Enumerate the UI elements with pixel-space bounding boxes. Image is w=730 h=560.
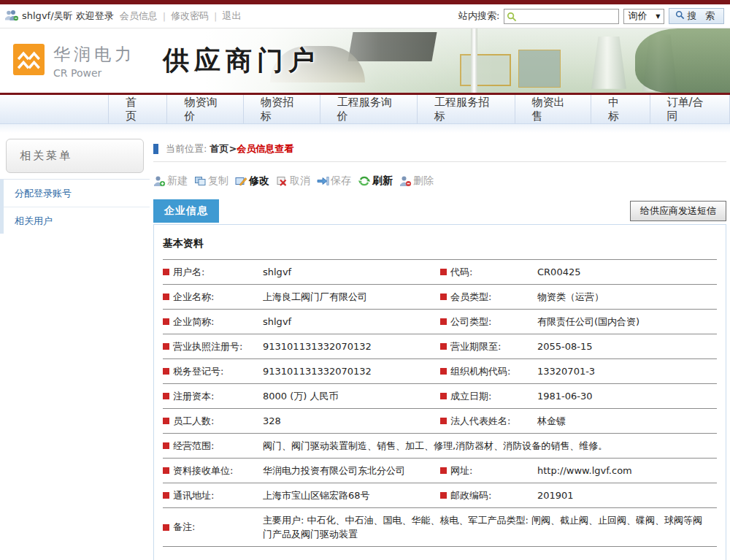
toolbar-refresh-label: 刷新 [372,174,393,188]
field-label: 邮政编码: [440,489,537,502]
toolbar-refresh-button[interactable]: 刷新 [358,174,393,188]
field-bullet-icon [163,343,169,350]
send-sms-button[interactable]: 给供应商发送短信 [630,201,726,221]
field-value: 有限责任公司(国内合资) [537,315,717,329]
sidebar-title: 相关菜单 [6,139,144,173]
field-label-text: 经营范围: [173,440,214,453]
field-label: 员工人数: [163,415,263,428]
edit-icon [235,175,247,187]
nav-item[interactable]: 中 标 [591,95,650,123]
sidebar-item[interactable]: 相关用户 [0,207,150,234]
nav-item[interactable]: 物资询价 [167,95,244,123]
field-value: 2055-08-15 [537,340,717,353]
field-label-text: 企业名称: [173,291,214,304]
breadcrumb: 当前位置: 首页> 会员信息查看 [153,143,726,162]
separator: | [163,11,166,22]
field-label-text: 营业期限至: [450,340,501,353]
topbar-link[interactable]: 退出 [222,9,241,23]
table-row: 用户名:shlgvf代码:CR00425 [163,260,717,285]
breadcrumb-marker-icon [153,144,158,154]
field-value: 华润电力投资有限公司东北分公司 [263,464,440,477]
toolbar-new-label: 新建 [167,174,188,188]
nav-item[interactable]: 工程服务招标 [418,95,515,123]
field-value: shlgvf [263,265,440,279]
save-icon [317,175,329,187]
sidebar-item[interactable]: 分配登录账号 [0,180,150,207]
search-category-select[interactable]: 询价 ▼ [623,9,664,24]
nav-item[interactable]: 工程服务询价 [320,95,418,123]
field-label: 营业执照注册号: [163,340,263,353]
field-value: 上海市宝山区锦宏路68号 [263,488,440,502]
main-nav: 首 页物资询价物资招标工程服务询价工程服务招标物资出售中 标订单/合同 [0,95,730,124]
field-label-text: 成立日期: [450,390,491,403]
field-value: 林金镖 [537,414,717,428]
toolbar-new-button[interactable]: 新建 [153,174,188,188]
toolbar-cancel-button[interactable]: 取消 [276,174,310,188]
nav-item[interactable]: 首 页 [108,95,167,123]
nav-item[interactable]: 物资出售 [515,95,592,123]
field-value: 328 [263,414,440,428]
field-label: 组织机构代码: [440,365,537,378]
toolbar-delete-button[interactable]: 删除 [399,174,434,188]
field-label: 企业名称: [163,291,263,304]
search-category-value: 询价 [628,9,647,23]
field-bullet-icon [440,294,447,300]
site-search-input[interactable] [519,9,617,23]
field-label: 公司类型: [440,315,537,329]
field-label: 会员类型: [440,291,537,304]
separator: | [214,11,217,22]
field-bullet-icon [440,467,447,474]
user-add-icon [153,175,166,187]
field-label: 用户名: [163,266,263,279]
field-label-text: 会员类型: [450,291,491,304]
brand-name-cn: 华润电力 [53,43,135,66]
field-bullet-icon [440,318,447,325]
refresh-icon [358,175,371,187]
nav-spacer [0,124,730,133]
field-label: 成立日期: [440,390,537,403]
search-button[interactable]: 搜 索 [669,8,724,24]
profile-rows: 用户名:shlgvf代码:CR00425企业名称:上海良工阀门厂有限公司会员类型… [163,260,717,547]
field-bullet-icon [163,269,169,275]
toolbar-save-button[interactable]: 保存 [317,174,351,188]
field-label-text: 法人代表姓名: [450,415,510,428]
page-title: 供应商门户 [163,43,320,79]
nav-item[interactable]: 物资招标 [244,95,320,123]
field-bullet-icon [163,442,169,449]
toolbar-save-label: 保存 [331,174,351,188]
field-bullet-icon [163,524,169,531]
breadcrumb-current: 会员信息查看 [237,142,293,156]
table-row: 注册资本:8000 (万) 人民币成立日期:1981-06-30 [163,384,717,409]
field-bullet-icon [440,418,447,424]
tab-enterprise-info[interactable]: 企业信息 [153,199,219,223]
toolbar-delete-label: 删除 [413,174,434,188]
toolbar-modify-button[interactable]: 修改 [235,174,269,188]
search-button-icon [675,10,685,22]
field-bullet-icon [440,343,447,350]
table-row: 备注:主要用户: 中石化、中石油、国电、华能、核电、军工产品类型: 闸阀、截止阀… [163,508,717,547]
field-bullet-icon [163,492,169,499]
breadcrumb-home-link[interactable]: 首页> [210,142,237,156]
field-label: 税务登记号: [163,365,263,378]
toolbar-copy-button[interactable]: 复制 [194,174,228,188]
field-label-text: 邮政编码: [450,489,491,502]
sidebar-menu: 分配登录账号相关用户 [0,179,150,234]
toolbar-modify-label: 修改 [249,174,269,188]
field-label: 企业简称: [163,315,263,329]
nav-item[interactable]: 订单/合同 [650,95,730,123]
table-row: 企业简称:shlgvf公司类型:有限责任公司(国内合资) [163,310,717,334]
field-label: 通讯地址: [163,489,263,502]
field-label-text: 营业执照注册号: [173,340,242,353]
topbar-link[interactable]: 修改密码 [171,9,209,23]
field-label: 备注: [163,521,263,534]
users-icon [4,9,19,23]
field-value: 主要用户: 中石化、中石油、国电、华能、核电、军工产品类型: 闸阀、截止阀、止回… [263,513,717,541]
field-value: http://www.lgvf.com [537,464,717,477]
topbar-link[interactable]: 会员信息 [120,9,158,23]
field-bullet-icon [163,318,169,325]
field-bullet-icon [440,269,447,275]
site-search-box [504,9,619,24]
search-icon [507,12,517,24]
field-bullet-icon [163,418,169,424]
copy-icon [194,175,207,187]
